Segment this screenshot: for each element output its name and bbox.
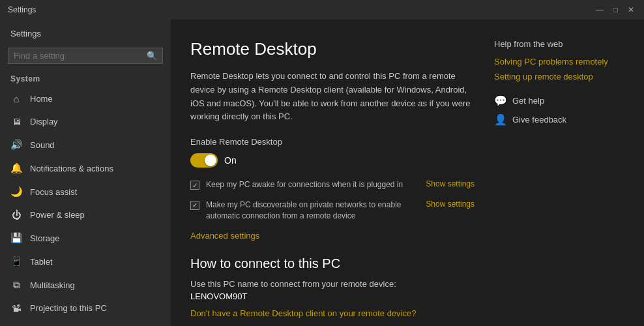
sidebar-item-notifications-label: Notifications & actions [30, 164, 113, 173]
search-icon: 🔍 [147, 51, 157, 61]
close-button[interactable]: ✕ [626, 5, 636, 15]
checkbox-awake[interactable] [190, 181, 199, 190]
tablet-icon: 📱 [10, 256, 22, 267]
show-settings-link-1[interactable]: Show settings [426, 179, 475, 188]
get-help-action[interactable]: 💬 Get help [494, 95, 624, 107]
titlebar-title: Settings [8, 5, 36, 14]
no-client-link[interactable]: Don't have a Remote Desktop client on yo… [190, 308, 416, 318]
show-settings-link-2[interactable]: Show settings [426, 200, 475, 209]
sidebar-item-projecting[interactable]: 📽 Projecting to this PC [0, 297, 171, 319]
sidebar-item-focus[interactable]: 🌙 Focus assist [0, 180, 171, 203]
sidebar-item-home[interactable]: ⌂ Home [0, 87, 171, 110]
use-pc-name-label: Use this PC name to connect from your re… [190, 279, 475, 289]
maximize-button[interactable]: □ [610, 5, 621, 15]
sound-icon: 🔊 [10, 139, 22, 151]
checkbox2-text: Make my PC discoverable on private netwo… [206, 200, 420, 222]
help-title: Help from the web [494, 39, 624, 49]
help-link-1[interactable]: Solving PC problems remotely [494, 57, 624, 67]
checkbox-discoverable[interactable] [190, 201, 199, 210]
sidebar-item-storage-label: Storage [30, 233, 60, 243]
power-icon: ⏻ [10, 209, 22, 220]
multitasking-icon: ⧉ [10, 279, 22, 291]
toggle-state-label: On [224, 155, 237, 166]
focus-icon: 🌙 [10, 186, 22, 198]
system-label: System [0, 70, 171, 87]
how-to-connect-title: How to connect to this PC [190, 256, 475, 271]
help-link-2[interactable]: Setting up remote desktop [494, 72, 624, 82]
checkbox1-text: Keep my PC awake for connections when it… [206, 179, 420, 190]
pc-name: LENOVOM90T [190, 291, 475, 301]
sidebar-item-power[interactable]: ⏻ Power & sleep [0, 203, 171, 226]
get-help-label: Get help [512, 96, 544, 106]
search-box[interactable]: 🔍 [8, 48, 163, 64]
sidebar-item-display[interactable]: 🖥 Display [0, 110, 171, 133]
checkbox-row-1-inner: Keep my PC awake for connections when it… [206, 179, 475, 190]
sidebar: Settings 🔍 System ⌂ Home 🖥 Display 🔊 Sou… [0, 20, 171, 326]
help-actions: 💬 Get help 👤 Give feedback [494, 95, 624, 126]
advanced-settings-link[interactable]: Advanced settings [190, 231, 475, 241]
checkbox-row-2-inner: Make my PC discoverable on private netwo… [206, 200, 475, 222]
sidebar-item-sound-label: Sound [30, 140, 55, 150]
give-feedback-action[interactable]: 👤 Give feedback [494, 113, 624, 126]
sidebar-item-home-label: Home [30, 94, 53, 104]
main-container: Settings 🔍 System ⌂ Home 🖥 Display 🔊 Sou… [0, 20, 644, 326]
sidebar-item-power-label: Power & sleep [30, 210, 85, 220]
sidebar-item-storage[interactable]: 💾 Storage [0, 226, 171, 250]
sidebar-item-multitasking-label: Multitasking [30, 280, 75, 290]
content-area: Remote Desktop Remote Desktop lets you c… [171, 20, 644, 326]
projecting-icon: 📽 [10, 303, 22, 314]
minimize-button[interactable]: — [594, 5, 605, 15]
sidebar-item-sound[interactable]: 🔊 Sound [0, 133, 171, 156]
page-description: Remote Desktop lets you connect to and c… [190, 70, 475, 124]
toggle-row: On [190, 153, 475, 168]
enable-label: Enable Remote Desktop [190, 137, 475, 147]
sidebar-item-notifications[interactable]: 🔔 Notifications & actions [0, 156, 171, 180]
toggle-knob [205, 155, 216, 166]
page-title: Remote Desktop [190, 39, 475, 59]
give-feedback-label: Give feedback [512, 115, 566, 125]
titlebar: Settings — □ ✕ [0, 0, 644, 20]
content-main: Remote Desktop Remote Desktop lets you c… [190, 39, 475, 313]
titlebar-controls: — □ ✕ [594, 5, 636, 15]
remote-desktop-toggle[interactable] [190, 153, 218, 168]
sidebar-item-tablet-label: Tablet [30, 257, 53, 267]
sidebar-item-focus-label: Focus assist [30, 187, 77, 197]
display-icon: 🖥 [10, 116, 22, 127]
checkbox-row-2: Make my PC discoverable on private netwo… [190, 200, 475, 222]
search-input[interactable] [14, 51, 147, 61]
sidebar-item-projecting-label: Projecting to this PC [30, 303, 107, 313]
storage-icon: 💾 [10, 232, 22, 244]
sidebar-item-tablet[interactable]: 📱 Tablet [0, 250, 171, 273]
sidebar-item-display-label: Display [30, 117, 58, 126]
help-panel: Help from the web Solving PC problems re… [494, 39, 624, 313]
feedback-icon: 👤 [494, 113, 507, 126]
get-help-icon: 💬 [494, 95, 507, 107]
notifications-icon: 🔔 [10, 162, 22, 174]
home-icon: ⌂ [10, 93, 22, 104]
sidebar-item-multitasking[interactable]: ⧉ Multitasking [0, 273, 171, 297]
checkbox-row-1: Keep my PC awake for connections when it… [190, 179, 475, 190]
sidebar-header: Settings [0, 20, 171, 45]
